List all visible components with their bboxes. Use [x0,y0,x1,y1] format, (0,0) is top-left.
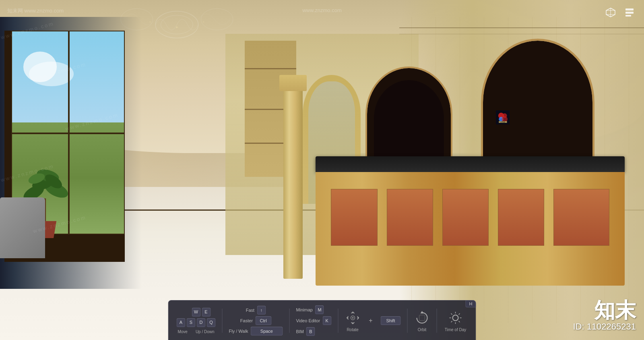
rotate-arrows-icon [345,310,361,326]
key-s[interactable]: S [187,318,196,327]
hud-speed-section: Fast ↑ Faster Ctrl Fly / Walk Space [229,306,283,336]
logo-chinese-text: 知末 [573,300,636,321]
svg-rect-32 [419,315,425,321]
divider-4 [407,309,407,333]
hud-panel: H W E A S D Q Move Up / Down Fast [168,300,476,340]
fast-label: Fast [246,308,254,313]
column-left [283,75,303,279]
top-right-icons [604,6,636,19]
hud-map-section: Minimap M Video Editor K BIM B [296,305,331,336]
svg-point-6 [203,21,204,23]
svg-marker-31 [420,311,423,313]
hud-shift-section: Shift [380,316,400,325]
logo-id-text: ID: 1102265231 [573,321,636,332]
hud-timeofday-section: Time of Day [443,310,467,332]
key-a[interactable]: A [177,318,186,327]
svg-rect-27 [625,12,634,14]
svg-point-3 [201,8,233,30]
reception-desk [316,156,625,286]
svg-line-39 [458,321,460,322]
updown-label: Up / Down [196,330,215,334]
hud-rotate-section: Rotate [345,310,361,332]
svg-point-30 [352,317,353,319]
minimap-binding: Minimap M [296,305,331,314]
timeofday-label: Time of Day [445,328,466,332]
divider-3 [338,309,338,333]
key-q[interactable]: Q [207,318,216,327]
watermark-tl: 知末网 www.znzmo.com [7,7,64,15]
divider-1 [222,309,223,333]
speed-fast: Fast ↑ [246,306,266,315]
hud-orbit-section: Orbit [414,310,430,332]
key-up-arrow[interactable]: ↑ [257,306,266,315]
divider-5 [436,309,437,333]
orbit-label: Orbit [418,328,427,332]
cube-icon[interactable] [604,6,617,19]
rotate-label: Rotate [347,328,358,332]
bookmark-icon[interactable] [623,6,636,19]
svg-point-4 [176,26,178,28]
bottom-right-logo: 知末 ID: 1102265231 [573,300,636,332]
key-e[interactable]: E [202,308,211,317]
orbit-arrows-icon [414,310,430,326]
hud-collapse-button[interactable]: H [466,300,476,307]
left-sofa [0,197,45,259]
key-minimap[interactable]: M [315,305,324,314]
viewport: 公司名称 www.znzmo.com www.znzmo.com www.znz… [0,0,644,340]
speed-fly-walk: Fly / Walk Space [229,327,283,336]
svg-line-40 [458,313,460,315]
hud-movement-section: W E A S D Q Move Up / Down [177,308,216,334]
key-bim[interactable]: B [306,327,315,336]
key-space[interactable]: Space [250,327,283,336]
key-ctrl[interactable]: Ctrl [255,316,271,325]
speed-faster: Faster Ctrl [240,316,271,325]
videoeditor-label: Video Editor [296,318,320,323]
faster-label: Faster [240,318,253,323]
move-label: Move [178,330,187,334]
minimap-label: Minimap [296,307,313,312]
svg-point-33 [452,315,458,321]
fly-walk-label: Fly / Walk [229,329,248,334]
bim-binding: BIM B [296,327,331,336]
plus-sign: + [369,317,372,324]
divider-2 [289,309,289,333]
svg-rect-28 [625,15,631,17]
key-shift[interactable]: Shift [380,316,400,325]
svg-line-41 [451,321,452,322]
watermark-tc: www.znzmo.com [302,7,342,13]
svg-point-5 [150,21,151,23]
videoeditor-binding: Video Editor K [296,316,331,325]
key-d[interactable]: D [197,318,206,327]
key-w[interactable]: W [192,308,200,317]
key-videoeditor[interactable]: K [322,316,331,325]
bim-label: BIM [296,329,304,334]
timeofday-icon [447,310,463,326]
svg-line-38 [451,313,452,315]
svg-rect-26 [625,8,634,10]
